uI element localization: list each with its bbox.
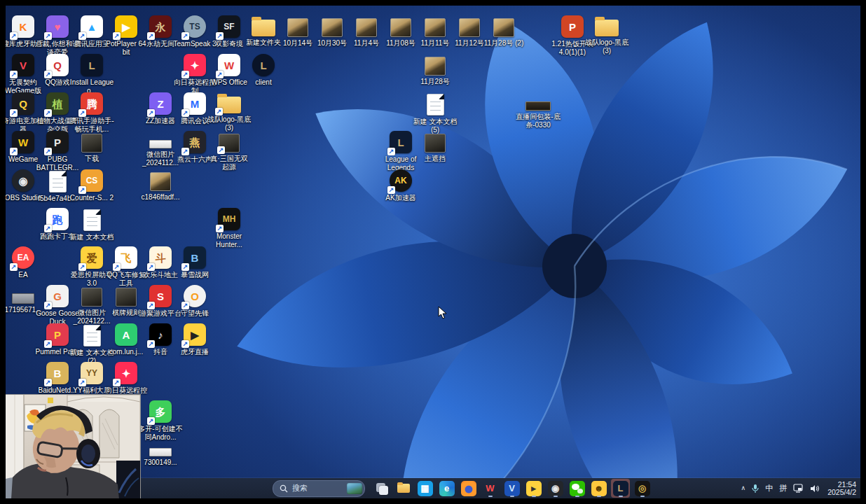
firefox-browser-icon bbox=[461, 481, 476, 496]
desktop-icon-ea-app[interactable]: EA↗EA bbox=[6, 246, 46, 279]
desktop-icon-install-league[interactable]: LInstall League o... bbox=[69, 54, 114, 94]
desktop-icon-new-text-doc[interactable]: 新建 文本文档 bbox=[69, 208, 114, 241]
wegame-icon: W↗ bbox=[12, 131, 34, 153]
shortcut-arrow-badge: ↗ bbox=[216, 71, 224, 78]
taskbar-center-group: 搜索 ▦eWV▸◉☻L◎ bbox=[249, 478, 652, 498]
taskbar-thunder-xunlei[interactable]: V bbox=[502, 479, 521, 498]
search-box[interactable]: 搜索 bbox=[273, 480, 365, 497]
ea-app-icon: EA↗ bbox=[12, 246, 34, 269]
desktop-icon-monster-hunter[interactable]: MH↗Monster Hunter... bbox=[207, 208, 252, 248]
taskbar-task-view[interactable] bbox=[372, 479, 391, 498]
desktop-icon-main-overlay[interactable]: 主遮挡 bbox=[413, 131, 458, 163]
shortcut-arrow-badge: ↗ bbox=[44, 109, 52, 117]
huya-live-icon: ▸ bbox=[526, 481, 542, 496]
hidden-icons-chevron[interactable]: ∧ bbox=[741, 485, 746, 491]
webcam-overlay bbox=[6, 394, 141, 498]
taskbar-gold-ring-app[interactable]: ◎ bbox=[633, 479, 652, 498]
baidu-netdisk-icon: B↗ bbox=[46, 362, 69, 384]
shortcut-arrow-badge: ↗ bbox=[10, 71, 18, 78]
desktop-icon-label: 虎牙直播 bbox=[172, 348, 217, 356]
ime-language-indicator[interactable]: 中 bbox=[765, 484, 773, 492]
overwatch-icon: O↗ bbox=[184, 285, 206, 307]
windows-logo-icon bbox=[252, 481, 267, 496]
sunflower-remote-2-icon: ✦↗ bbox=[115, 362, 137, 384]
desktop-icon-dynasty-warriors-origins[interactable]: ↗真·三国无双 起源 bbox=[207, 131, 252, 171]
mouse-cursor bbox=[438, 306, 447, 319]
desktop-icon-stream-banner[interactable]: 直播间包装-底条-0330 bbox=[516, 92, 561, 129]
volume-icon[interactable] bbox=[810, 484, 820, 493]
desktop-icon-label: 战队logo-黑底(3) bbox=[207, 115, 252, 132]
desktop-icon-battle-net[interactable]: B↗暴雪战网 bbox=[172, 246, 217, 279]
shortcut-arrow-badge: ↗ bbox=[113, 32, 121, 40]
yanyun-16-sounds-icon: 燕↗ bbox=[184, 131, 206, 153]
shortcut-arrow-badge: ↗ bbox=[44, 379, 52, 386]
shortcut-arrow-badge: ↗ bbox=[217, 146, 225, 154]
desktop-icon-team-logo-folder[interactable]: 战队logo-黑底(3) bbox=[584, 15, 629, 55]
taskbar-firefox-browser[interactable] bbox=[459, 479, 478, 498]
tencent-yingyongbao-icon: ▲↗ bbox=[81, 15, 103, 38]
valorant-wegame-icon: V↗ bbox=[12, 54, 34, 76]
install-league-icon: L bbox=[81, 54, 103, 76]
system-tray: ∧ 中 拼 21:54 2 bbox=[741, 478, 856, 498]
photo-nov-11-icon bbox=[425, 18, 446, 37]
new-text-doc-2-icon bbox=[83, 325, 101, 346]
goose-goose-duck-icon: G↗ bbox=[46, 285, 69, 307]
youju-game-platform-icon: S↗ bbox=[149, 285, 172, 307]
taskbar-huya-live[interactable]: ▸ bbox=[524, 479, 543, 498]
split-fiction-icon: SF↗ bbox=[218, 15, 240, 38]
dynasty-warriors-origins-icon: ↗ bbox=[219, 134, 240, 153]
desktop-icon-multi-open-android[interactable]: 多↗多开-可创建不同Andro... bbox=[138, 400, 183, 441]
taskbar-microsoft-store[interactable]: ▦ bbox=[415, 479, 434, 498]
ime-pinyin-indicator[interactable]: 拼 bbox=[779, 484, 787, 492]
desktop-icon-ak-accelerator[interactable]: AK↗AK加速器 bbox=[378, 169, 423, 202]
shortcut-arrow-badge: ↗ bbox=[387, 186, 395, 194]
taskbar-file-explorer[interactable] bbox=[394, 479, 413, 498]
ppt-hotpot-icon: P bbox=[561, 15, 584, 38]
taskbar-edge-browser[interactable]: e bbox=[437, 479, 456, 498]
running-indicator bbox=[488, 496, 493, 498]
search-placeholder: 搜索 bbox=[292, 483, 347, 493]
desktop-icon-photo-nov-28-2[interactable]: 11月28号 (2) bbox=[481, 15, 526, 48]
huya-assistant-icon: K↗ bbox=[12, 15, 34, 38]
taskbar-wechat[interactable] bbox=[568, 479, 586, 498]
photo-nov-28-icon bbox=[425, 57, 446, 76]
aisi-screen-cast-icon: 爱↗ bbox=[81, 246, 103, 269]
desktop-icon-label: AK加速器 bbox=[378, 194, 423, 202]
shortcut-arrow-badge: ↗ bbox=[181, 109, 189, 117]
huya-live-icon: ▶↗ bbox=[184, 323, 206, 346]
desktop-icon-label: 主遮挡 bbox=[413, 155, 458, 163]
main-overlay-icon bbox=[425, 134, 446, 153]
desktop-icon-photo-nov-28[interactable]: 11月28号 bbox=[413, 54, 458, 86]
desktop-icon-overwatch[interactable]: O↗守望先锋 bbox=[172, 285, 217, 318]
teamspeak-3-icon: TS↗ bbox=[184, 15, 206, 38]
start-button[interactable] bbox=[249, 479, 268, 498]
desktop-icon-file-7300149[interactable]: 7300149... bbox=[138, 439, 183, 467]
desktop-icon-team-logo-folder-2[interactable]: ↗战队logo-黑底(3) bbox=[207, 92, 252, 132]
desktop-icon-new-text-doc-5[interactable]: 新建 文本文档 (5) bbox=[413, 92, 458, 134]
desktop-icon-download[interactable]: 下载 bbox=[69, 131, 114, 163]
desktop-icon-file-c1846ffadf[interactable]: c1846ffadf... bbox=[138, 169, 183, 202]
shortcut-arrow-badge: ↗ bbox=[10, 32, 18, 40]
desktop-icon-counter-strike-2[interactable]: CS↗Counter-S... 2 bbox=[69, 169, 114, 202]
desktop-icon-league-client[interactable]: Lclient bbox=[241, 54, 286, 87]
microphone-icon[interactable] bbox=[752, 484, 759, 493]
com-lun-apk-icon: A bbox=[115, 323, 137, 346]
taskbar-obs-studio[interactable]: ◉ bbox=[546, 479, 565, 498]
download-icon bbox=[81, 134, 102, 153]
desktop-icon-tencent-mobile-assistant[interactable]: 腾↗腾讯手游助手-畅玩手机... bbox=[69, 92, 114, 133]
league-of-legends-client-icon: L bbox=[613, 481, 628, 496]
thunder-xunlei-icon: V bbox=[504, 481, 520, 496]
taskbar-robot-face-app[interactable]: ☻ bbox=[589, 479, 608, 498]
search-highlight-thumbnail[interactable] bbox=[347, 483, 362, 494]
taskbar-league-of-legends-client[interactable]: L bbox=[611, 479, 630, 498]
shortcut-arrow-badge: ↗ bbox=[10, 109, 18, 117]
shortcut-arrow-badge: ↗ bbox=[147, 263, 155, 271]
desktop-icon-huya-live[interactable]: ▶↗虎牙直播 bbox=[172, 323, 217, 356]
running-indicator bbox=[575, 496, 579, 498]
taskbar-wps-office[interactable]: W bbox=[481, 479, 500, 498]
wechat-image-2024112-icon bbox=[149, 140, 172, 148]
windows-desktop[interactable]: K↗搜库虎牙助手♥↗总裁,你想和谁谈恋爱▲↗腾讯应用宝▶↗PotPlayer 6… bbox=[6, 6, 860, 498]
video-frame: K↗搜库虎牙助手♥↗总裁,你想和谁谈恋爱▲↗腾讯应用宝▶↗PotPlayer 6… bbox=[0, 0, 866, 504]
taskbar-clock[interactable]: 21:54 2025/4/2 bbox=[826, 481, 856, 496]
display-device-icon[interactable] bbox=[793, 484, 804, 493]
